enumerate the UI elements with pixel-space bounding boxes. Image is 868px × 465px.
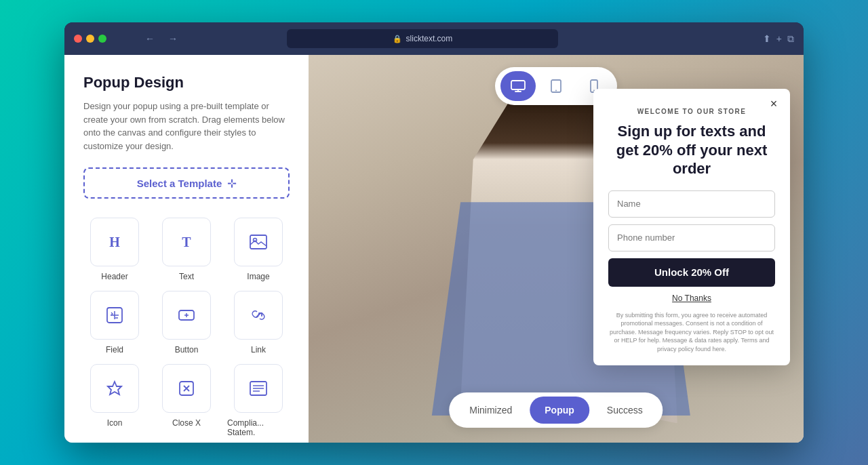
close-x-icon: [179, 381, 194, 396]
popup-cta-button[interactable]: Unlock 20% Off: [608, 258, 775, 287]
header-icon: H: [109, 235, 120, 250]
tab-minimized[interactable]: Minimized: [454, 397, 527, 424]
image-icon: [250, 235, 267, 249]
element-link[interactable]: Link: [227, 291, 290, 355]
link-element-box: [234, 291, 283, 340]
desktop-device-button[interactable]: [500, 71, 536, 101]
popup-close-button[interactable]: ×: [766, 96, 782, 112]
star-icon: [106, 380, 123, 397]
left-panel: Popup Design Design your popup using a p…: [64, 55, 309, 443]
popup-body: WELCOME TO OUR STORE Sign up for texts a…: [593, 89, 790, 365]
compliance-element-label: Complia... Statem.: [227, 418, 290, 437]
back-button[interactable]: ←: [142, 31, 158, 47]
share-icon[interactable]: ⬆: [763, 33, 771, 44]
popup-overlay: × WELCOME TO OUR STORE Sign up for texts…: [593, 89, 790, 365]
maximize-window-dot[interactable]: [98, 35, 106, 43]
browser-right-controls: ⬆ + ⧉: [763, 33, 794, 45]
element-image[interactable]: Image: [227, 218, 290, 281]
popup-welcome-text: WELCOME TO OUR STORE: [608, 108, 775, 115]
image-element-box: [234, 218, 283, 266]
svg-rect-10: [511, 81, 525, 89]
element-button[interactable]: Button: [155, 291, 218, 355]
element-close-x[interactable]: Close X: [155, 364, 218, 437]
text-element-label: Text: [179, 272, 194, 281]
window-controls: [74, 35, 106, 43]
close-x-element-label: Close X: [172, 418, 201, 428]
header-element-label: Header: [101, 272, 127, 281]
popup-headline: Sign up for texts and get 20% off your n…: [608, 122, 775, 178]
template-icon: ⊹: [227, 177, 236, 190]
panel-description: Design your popup using a pre-built temp…: [83, 100, 290, 153]
close-window-dot[interactable]: [74, 35, 82, 43]
canvas-background: × WELCOME TO OUR STORE Sign up for texts…: [309, 55, 804, 443]
header-element-box: H: [90, 218, 139, 266]
select-template-label: Select a Template: [137, 178, 222, 189]
close-x-element-box: [162, 364, 211, 413]
field-element-label: Field: [106, 345, 123, 355]
element-compliance[interactable]: Complia... Statem.: [227, 364, 290, 437]
canvas-area: × WELCOME TO OUR STORE Sign up for texts…: [309, 55, 804, 443]
compliance-element-box: [234, 364, 283, 413]
field-icon: [106, 306, 123, 324]
compliance-icon: [250, 381, 267, 396]
button-element-label: Button: [175, 345, 199, 355]
icon-element-label: Icon: [107, 418, 123, 428]
button-element-box: [162, 291, 211, 340]
elements-grid: H Header T Text: [83, 218, 290, 437]
tablet-device-button[interactable]: [538, 71, 574, 101]
element-text[interactable]: T Text: [155, 218, 218, 281]
popup-name-input[interactable]: [608, 190, 775, 218]
desktop-icon: [511, 80, 526, 92]
link-element-label: Link: [251, 345, 266, 355]
browser-toolbar: ← → 🔒 slicktext.com ⬆ + ⧉: [64, 22, 804, 55]
address-bar[interactable]: 🔒 slicktext.com: [287, 29, 558, 48]
icon-element-box: [90, 364, 139, 413]
minimize-window-dot[interactable]: [86, 35, 94, 43]
button-icon: [178, 306, 195, 324]
field-element-box: [90, 291, 139, 340]
image-element-label: Image: [247, 272, 269, 281]
text-icon: T: [182, 235, 191, 250]
sidebar-toggle-icon[interactable]: [119, 34, 132, 43]
popup-phone-input[interactable]: [608, 224, 775, 251]
lock-icon: 🔒: [393, 35, 402, 43]
tablet-icon: [551, 79, 561, 93]
tab-success[interactable]: Success: [592, 397, 658, 424]
bottom-tab-bar: Minimized Popup Success: [449, 392, 663, 428]
popup-legal-text: By submitting this form, you agree to re…: [608, 311, 775, 354]
select-template-button[interactable]: Select a Template ⊹: [83, 167, 290, 199]
link-icon: [250, 306, 267, 324]
new-tab-icon[interactable]: +: [776, 33, 782, 44]
forward-button[interactable]: →: [165, 31, 181, 47]
element-header[interactable]: H Header: [83, 218, 146, 281]
url-text: slicktext.com: [406, 34, 453, 43]
page-title: Popup Design: [83, 74, 290, 92]
tab-popup[interactable]: Popup: [530, 397, 589, 424]
element-icon[interactable]: Icon: [83, 364, 146, 437]
svg-marker-4: [108, 382, 121, 395]
window-mode-icon[interactable]: ⧉: [787, 33, 794, 45]
page-content: Popup Design Design your popup using a p…: [64, 55, 804, 443]
element-field[interactable]: Field: [83, 291, 146, 355]
text-element-box: T: [162, 218, 211, 266]
browser-window: ← → 🔒 slicktext.com ⬆ + ⧉ Popup Design D…: [64, 22, 804, 443]
svg-point-12: [555, 90, 557, 92]
popup-no-thanks-link[interactable]: No Thanks: [608, 294, 775, 303]
